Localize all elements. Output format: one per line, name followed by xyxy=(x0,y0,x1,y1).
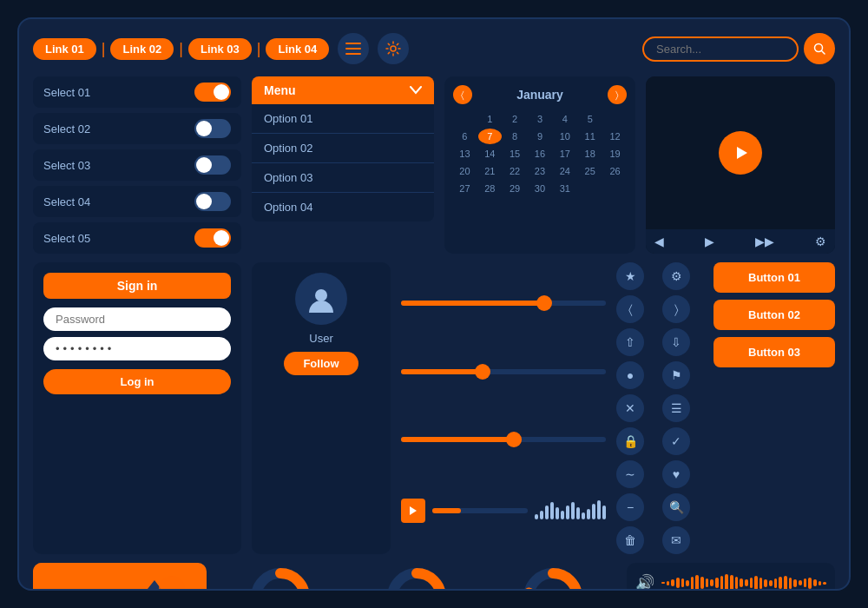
down-arrow-icon[interactable]: ⇩ xyxy=(662,328,690,356)
cal-day[interactable]: 25 xyxy=(578,163,602,179)
heart-icon[interactable]: ♥ xyxy=(662,460,690,488)
search-input[interactable] xyxy=(642,36,799,62)
vol-bar-12 xyxy=(597,500,601,519)
search-button[interactable] xyxy=(804,33,835,64)
left-arrow-icon[interactable]: 〈 xyxy=(616,295,644,323)
wave-bar-33 xyxy=(823,582,826,585)
slider-3-thumb[interactable] xyxy=(506,432,522,447)
cal-day[interactable]: 22 xyxy=(503,163,527,179)
trash-icon[interactable]: 🗑 xyxy=(616,526,644,554)
vol-bar-4 xyxy=(556,507,559,519)
cal-day[interactable]: 20 xyxy=(453,163,477,179)
cal-day[interactable]: 21 xyxy=(478,163,502,179)
search-icon-sm[interactable]: 🔍 xyxy=(662,493,690,521)
location-icon[interactable]: ● xyxy=(616,361,644,389)
cal-day[interactable]: 13 xyxy=(453,146,477,162)
follow-button[interactable]: Follow xyxy=(284,352,358,375)
close-icon[interactable]: ✕ xyxy=(616,394,644,422)
minus-icon[interactable]: − xyxy=(616,493,644,521)
video-next-button[interactable]: ▶▶ xyxy=(755,235,774,248)
menu-option-4[interactable]: Option 04 xyxy=(252,193,434,221)
cal-day[interactable]: 29 xyxy=(503,181,527,196)
cal-day[interactable]: 11 xyxy=(578,129,602,144)
menu-option-3[interactable]: Option 03 xyxy=(252,163,434,193)
cal-day[interactable]: 1 xyxy=(478,111,502,127)
cal-day[interactable]: 3 xyxy=(529,111,552,127)
lock-icon[interactable]: 🔒 xyxy=(616,427,644,455)
toggle-switch-5[interactable] xyxy=(194,228,231,248)
mail-icon[interactable]: ✉ xyxy=(662,526,690,554)
cal-day[interactable]: 28 xyxy=(478,181,502,196)
cal-day[interactable]: 17 xyxy=(553,146,576,162)
action-button-3[interactable]: Button 03 xyxy=(713,337,835,367)
media-play-button[interactable] xyxy=(401,499,425,523)
nav-link-2[interactable]: Link 02 xyxy=(110,38,174,60)
cal-day[interactable]: 12 xyxy=(603,129,627,144)
calendar-prev[interactable]: 〈 xyxy=(453,85,472,104)
wave-bar-26 xyxy=(789,578,792,589)
cal-day[interactable]: 31 xyxy=(553,181,576,196)
gear-icon[interactable]: ⚙ xyxy=(662,262,690,290)
cal-today[interactable]: 7 xyxy=(478,129,502,144)
cal-day[interactable]: 27 xyxy=(453,181,477,196)
up-arrow-icon[interactable]: ⇧ xyxy=(616,328,644,356)
nav-link-1[interactable]: Link 01 xyxy=(33,38,96,60)
settings-icon[interactable] xyxy=(378,33,409,64)
media-slider-track xyxy=(432,508,528,513)
slider-1-thumb[interactable] xyxy=(536,295,552,311)
video-play-button[interactable] xyxy=(719,131,762,175)
cal-day[interactable]: 4 xyxy=(553,111,576,127)
cal-day[interactable]: 10 xyxy=(553,129,576,144)
password-input[interactable] xyxy=(43,307,231,331)
video-prev-button[interactable]: ◀ xyxy=(654,235,664,248)
action-button-1[interactable]: Button 01 xyxy=(713,262,835,293)
vol-bar-9 xyxy=(582,512,585,519)
cal-day[interactable]: 9 xyxy=(529,129,552,144)
cal-day[interactable]: 8 xyxy=(503,129,527,144)
cal-day[interactable]: 16 xyxy=(529,146,552,162)
star-icon[interactable]: ★ xyxy=(616,262,644,290)
cal-day[interactable]: 23 xyxy=(529,163,552,179)
video-play-ctrl-button[interactable]: ▶ xyxy=(705,235,714,248)
nav-link-4[interactable]: Link 04 xyxy=(266,38,329,60)
nav-link-3[interactable]: Link 03 xyxy=(188,38,252,60)
toggle-row-2: Select 02 xyxy=(33,113,241,144)
toggle-switch-3[interactable] xyxy=(194,155,231,175)
cal-day[interactable]: 24 xyxy=(553,163,576,179)
slider-2-thumb[interactable] xyxy=(475,364,490,380)
flag-icon[interactable]: ⚑ xyxy=(662,361,690,389)
login-button[interactable]: Log in xyxy=(43,369,231,394)
wave-bar-19 xyxy=(754,576,758,590)
cal-day[interactable]: 15 xyxy=(503,146,527,162)
cal-day[interactable] xyxy=(453,111,477,127)
wave-bar-5 xyxy=(686,580,689,586)
share-icon[interactable]: ∼ xyxy=(616,460,644,488)
cal-day[interactable]: 14 xyxy=(478,146,502,162)
toggle-switch-1[interactable] xyxy=(194,83,231,102)
cal-day[interactable]: 30 xyxy=(529,181,552,196)
check-icon[interactable]: ✓ xyxy=(662,427,690,455)
cal-day[interactable]: 5 xyxy=(578,111,602,127)
password-dots: •••••••• xyxy=(43,337,231,360)
cal-day[interactable]: 26 xyxy=(603,163,627,179)
speaker-icon[interactable]: 🔊 xyxy=(635,573,654,591)
menu-icon-sm[interactable]: ☰ xyxy=(662,394,690,422)
cal-day[interactable]: 6 xyxy=(453,129,477,144)
video-settings-button[interactable]: ⚙ xyxy=(815,235,826,248)
toggle-switch-4[interactable] xyxy=(194,192,231,211)
menu-option-1[interactable]: Option 01 xyxy=(252,104,434,134)
right-arrow-icon[interactable]: 〉 xyxy=(662,295,690,323)
cal-day[interactable]: 2 xyxy=(503,111,527,127)
toggle-switch-2[interactable] xyxy=(194,119,231,138)
toggle-label-1: Select 01 xyxy=(43,86,90,99)
calendar-next[interactable]: 〉 xyxy=(608,85,627,104)
cal-day[interactable]: 19 xyxy=(603,146,627,162)
action-button-2[interactable]: Button 02 xyxy=(713,300,835,330)
video-controls: ◀ ▶ ▶▶ ⚙ xyxy=(646,229,835,254)
cal-day[interactable] xyxy=(603,111,627,127)
cal-day[interactable]: 18 xyxy=(578,146,602,162)
menu-icon[interactable] xyxy=(338,33,369,64)
menu-option-2[interactable]: Option 02 xyxy=(252,134,434,163)
calendar-section: 〈 January 〉 1 2 3 4 5 6 7 8 9 10 11 12 1… xyxy=(444,76,635,254)
menu-dropdown-header[interactable]: Menu xyxy=(252,76,434,104)
